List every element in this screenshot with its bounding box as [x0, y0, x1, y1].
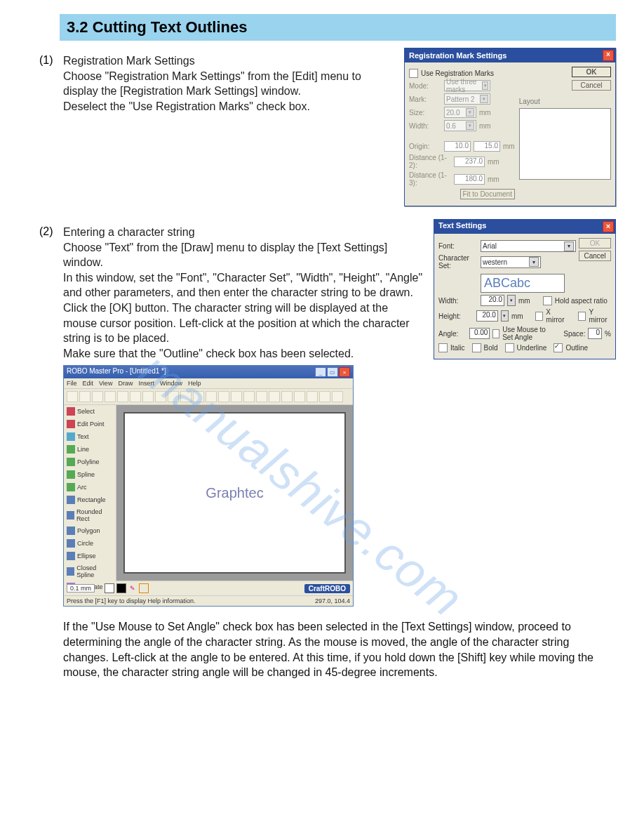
tool-polygon[interactable]: Polygon [64, 524, 116, 537]
tool-line[interactable]: Line [64, 443, 116, 456]
toolbar-icon[interactable] [105, 391, 116, 402]
tool-polyline[interactable]: Polyline [64, 456, 116, 468]
pen-icon[interactable]: ✎ [128, 584, 137, 593]
toolbar-icon[interactable] [294, 391, 305, 402]
menu-insert[interactable]: Insert [138, 380, 154, 387]
space-input[interactable]: 0 [588, 328, 602, 339]
font-label: Font: [438, 242, 478, 250]
mouse-angle-checkbox[interactable] [492, 329, 499, 338]
chevron-down-icon: ▾ [529, 257, 539, 267]
mode-label: Mode: [409, 82, 441, 90]
tool-select[interactable]: Select [64, 405, 116, 418]
mouse-angle-label: Use Mouse to Set Angle [502, 326, 556, 341]
bold-checkbox[interactable] [472, 343, 481, 352]
menu-view[interactable]: View [99, 380, 112, 387]
toolbar-icon[interactable] [193, 391, 204, 402]
cancel-button[interactable]: Cancel [579, 251, 611, 261]
linewidth-input[interactable]: 0.6▾ [444, 120, 476, 131]
chevron-down-icon: ▾ [480, 95, 488, 103]
menu-draw[interactable]: Draw [118, 380, 133, 387]
cancel-button[interactable]: Cancel [572, 80, 611, 91]
mark-dropdown[interactable]: Pattern 2▾ [444, 93, 490, 105]
outline-checkbox[interactable] [554, 343, 563, 352]
toolbar-icon[interactable] [269, 391, 280, 402]
toolbar-icon[interactable] [281, 391, 293, 402]
toolbar-icon[interactable] [180, 391, 192, 402]
close-icon[interactable]: × [339, 367, 350, 377]
tool-ellipse[interactable]: Ellipse [64, 550, 116, 562]
use-reg-marks-checkbox[interactable] [409, 69, 418, 78]
tool-spline[interactable]: Spline [64, 468, 116, 481]
step-2-text: Choose "Text" from the [Draw] menu to di… [63, 240, 424, 362]
tool-rounded-rect[interactable]: Rounded Rect [64, 506, 116, 524]
maximize-icon[interactable]: ▭ [327, 367, 338, 377]
tool-icon [67, 458, 75, 466]
charset-dropdown[interactable]: western▾ [481, 256, 541, 268]
toolbar-icon[interactable] [130, 391, 141, 402]
tool-label: Circle [77, 540, 93, 547]
ymirror-label: Y mirror [589, 308, 611, 324]
tool-edit-point[interactable]: Edit Point [64, 418, 116, 430]
tool-rectangle[interactable]: Rectangle [64, 494, 116, 506]
tool-closed-spline[interactable]: Closed Spline [64, 562, 116, 581]
toolbar-icon[interactable] [142, 391, 154, 402]
close-icon[interactable]: × [603, 50, 614, 61]
toolbar-icon[interactable] [79, 391, 90, 402]
swatch-white[interactable] [105, 583, 114, 593]
fit-document-button[interactable]: Fit to Document [460, 189, 515, 199]
ymirror-checkbox[interactable] [578, 312, 586, 321]
menu-window[interactable]: Window [160, 380, 182, 387]
font-dropdown[interactable]: Arial▾ [481, 240, 576, 252]
dist12-input[interactable]: 237.0 [454, 157, 485, 167]
toolbar-icon[interactable] [307, 391, 318, 402]
toolbar-icon[interactable] [256, 391, 267, 402]
tool-icon [67, 527, 75, 535]
toolbar-icon[interactable] [155, 391, 166, 402]
unit-label: mm [488, 176, 499, 183]
menu-help[interactable]: Help [188, 380, 201, 387]
menu-edit[interactable]: Edit [83, 380, 94, 387]
italic-checkbox[interactable] [438, 343, 448, 352]
toolbar-icon[interactable] [206, 391, 217, 402]
swatch-black[interactable] [116, 583, 126, 593]
dist13-input[interactable]: 180.0 [454, 174, 485, 185]
toolbar-icon[interactable] [332, 391, 343, 402]
outline-label: Outline [565, 344, 588, 352]
mode-dropdown[interactable]: Use three marks▾ [444, 80, 490, 91]
minimize-icon[interactable]: _ [315, 367, 326, 377]
xmirror-label: X mirror [546, 308, 568, 324]
toolbar-icon[interactable] [319, 391, 330, 402]
toolbar-icon[interactable] [92, 391, 103, 402]
dist12-label: Distance (1-2): [409, 154, 451, 169]
toolbar-icon[interactable] [218, 391, 229, 402]
close-icon[interactable]: × [603, 221, 614, 232]
toolbar-icon[interactable] [117, 391, 128, 402]
origin-x-input[interactable]: 10.0 [444, 141, 471, 152]
toolbar-icon[interactable] [231, 391, 242, 402]
hold-aspect-checkbox[interactable] [543, 296, 552, 305]
tool-arc[interactable]: Arc [64, 481, 116, 494]
xmirror-checkbox[interactable] [535, 312, 544, 321]
editor-canvas[interactable]: Graphtec [123, 412, 346, 574]
editor-menubar: FileEditViewDrawInsertWindowHelp [64, 378, 353, 389]
angle-input[interactable]: 0.00 [469, 328, 490, 339]
toolbar-icon[interactable] [168, 391, 179, 402]
spinner-icon[interactable]: ▾ [501, 310, 509, 322]
tool-text[interactable]: Text [64, 430, 116, 443]
unit-label: mm [518, 297, 530, 305]
menu-file[interactable]: File [67, 380, 77, 387]
underline-checkbox[interactable] [505, 343, 514, 352]
line-style-icon[interactable] [139, 583, 149, 593]
toolbar-icon[interactable] [243, 391, 255, 402]
origin-y-input[interactable]: 15.0 [474, 141, 500, 152]
section-header: 3.2 Cutting Text Outlines [60, 14, 616, 41]
height-input[interactable]: 20.0 [476, 310, 498, 322]
ok-button[interactable]: OK [572, 67, 611, 77]
tool-icon [67, 511, 74, 519]
tool-circle[interactable]: Circle [64, 537, 116, 550]
toolbar-icon[interactable] [67, 391, 78, 402]
spinner-icon[interactable]: ▾ [507, 295, 516, 306]
ok-button[interactable]: OK [579, 238, 611, 249]
width-input[interactable]: 20.0 [481, 295, 504, 306]
size-input[interactable]: 20.0▾ [444, 107, 476, 118]
